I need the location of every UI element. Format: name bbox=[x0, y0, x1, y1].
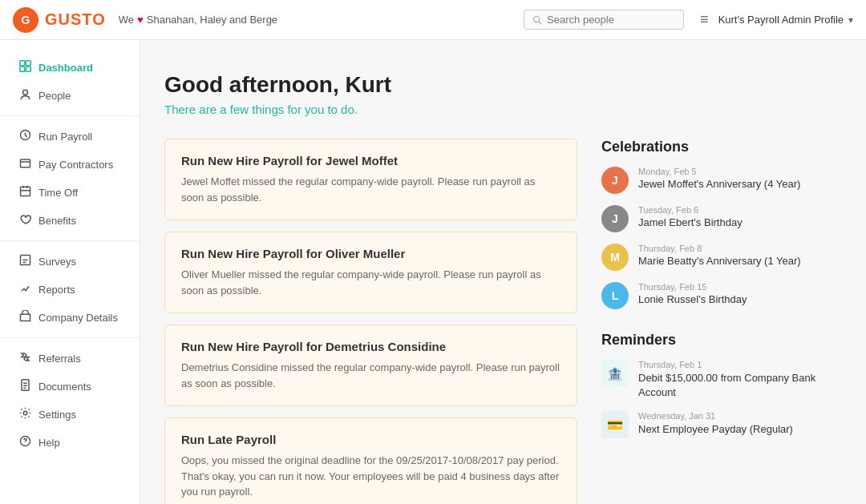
sidebar-item-label: Pay Contractors bbox=[38, 159, 113, 171]
reminder-date: Wednesday, Jan 31 bbox=[638, 411, 842, 421]
avatar: L bbox=[601, 282, 629, 309]
avatar: J bbox=[601, 167, 629, 194]
task-title: Run New Hire Payroll for Demetrius Consi… bbox=[181, 340, 560, 353]
surveys-icon bbox=[18, 254, 32, 268]
svg-rect-3 bbox=[26, 61, 30, 66]
right-column: Celebrations JMonday, Feb 5Jewel Moffet'… bbox=[601, 139, 842, 504]
search-input[interactable] bbox=[547, 14, 659, 26]
sidebar-item-label: People bbox=[38, 90, 71, 102]
reminder-item-rem-payday: 💳Wednesday, Jan 31Next Employee Payday (… bbox=[601, 411, 842, 438]
messages-icon[interactable]: ≡ bbox=[700, 11, 709, 28]
main-content: Good afternoon, Kurt There are a few thi… bbox=[140, 40, 866, 504]
search-box[interactable] bbox=[524, 10, 684, 30]
reminder-item-rem-debit: 🏦Thursday, Feb 1Debit $15,000.00 from Co… bbox=[601, 360, 842, 400]
celebration-info: Monday, Feb 5Jewel Moffet's Anniversary … bbox=[638, 167, 842, 190]
sidebar-item-people[interactable]: People bbox=[5, 82, 135, 109]
app-layout: DashboardPeopleRun PayrollPay Contractor… bbox=[0, 40, 866, 504]
top-navigation: G GUSTO We ♥ Shanahan, Haley and Berge ≡… bbox=[0, 0, 866, 40]
sidebar-item-dashboard[interactable]: Dashboard bbox=[5, 54, 135, 81]
people-icon bbox=[18, 88, 32, 103]
sidebar-item-label: Run Payroll bbox=[38, 131, 92, 143]
time-off-icon bbox=[18, 185, 32, 200]
greeting-heading: Good afternoon, Kurt bbox=[164, 72, 842, 98]
sidebar-item-referrals[interactable]: Referrals bbox=[5, 345, 135, 372]
logo-area: G GUSTO bbox=[13, 7, 106, 33]
task-card-task-jewel[interactable]: Run New Hire Payroll for Jewel MoffetJew… bbox=[164, 139, 577, 220]
task-card-task-demetrius[interactable]: Run New Hire Payroll for Demetrius Consi… bbox=[164, 325, 577, 406]
svg-rect-2 bbox=[19, 61, 24, 66]
celebration-name: Jamel Ebert's Birthday bbox=[638, 216, 842, 228]
celebration-name: Marie Beatty's Anniversary (1 Year) bbox=[638, 255, 842, 267]
sidebar-divider bbox=[0, 115, 140, 116]
sidebar-item-surveys[interactable]: Surveys bbox=[5, 248, 135, 275]
reminder-icon: 🏦 bbox=[601, 360, 629, 387]
sidebar-item-documents[interactable]: Documents bbox=[5, 373, 135, 400]
svg-rect-4 bbox=[19, 67, 24, 71]
avatar: M bbox=[601, 244, 629, 271]
task-description: Oops, you missed the original deadline f… bbox=[181, 453, 560, 500]
sidebar-item-label: Referrals bbox=[38, 353, 81, 365]
celebration-item-cel-marie: MThursday, Feb 8Marie Beatty's Anniversa… bbox=[601, 244, 842, 271]
search-icon bbox=[532, 15, 542, 25]
svg-rect-5 bbox=[26, 67, 30, 71]
sidebar-item-company-details[interactable]: Company Details bbox=[5, 304, 135, 331]
company-details-icon bbox=[18, 310, 32, 325]
task-title: Run New Hire Payroll for Oliver Mueller bbox=[181, 247, 560, 260]
celebration-name: Jewel Moffet's Anniversary (4 Year) bbox=[638, 178, 842, 190]
celebrations-section: Celebrations JMonday, Feb 5Jewel Moffet'… bbox=[601, 139, 842, 309]
referrals-icon bbox=[18, 351, 32, 365]
run-payroll-icon bbox=[18, 129, 32, 143]
heart-icon: ♥ bbox=[137, 14, 144, 26]
help-icon bbox=[18, 435, 32, 450]
sidebar-item-label: Documents bbox=[38, 381, 91, 393]
logo-text: GUSTO bbox=[45, 10, 106, 29]
tasks-column: Run New Hire Payroll for Jewel MoffetJew… bbox=[164, 139, 577, 504]
task-description: Demetrius Considine missed the regular c… bbox=[181, 360, 560, 391]
sidebar-item-pay-contractors[interactable]: Pay Contractors bbox=[5, 151, 135, 178]
sidebar-item-benefits[interactable]: Benefits bbox=[5, 207, 135, 234]
documents-icon bbox=[18, 379, 32, 393]
svg-point-0 bbox=[534, 16, 540, 22]
celebration-date: Tuesday, Feb 6 bbox=[638, 205, 842, 215]
sidebar-item-reports[interactable]: Reports bbox=[5, 276, 135, 303]
sidebar-item-help[interactable]: Help bbox=[5, 429, 135, 456]
sidebar-item-label: Dashboard bbox=[38, 62, 93, 74]
celebration-item-cel-jewel: JMonday, Feb 5Jewel Moffet's Anniversary… bbox=[601, 167, 842, 194]
benefits-icon bbox=[18, 213, 32, 228]
content-row: Run New Hire Payroll for Jewel MoffetJew… bbox=[164, 139, 842, 504]
sidebar-item-label: Company Details bbox=[38, 312, 118, 324]
reminder-info: Wednesday, Jan 31Next Employee Payday (R… bbox=[638, 411, 842, 437]
task-card-task-late[interactable]: Run Late PayrollOops, you missed the ori… bbox=[164, 417, 577, 504]
svg-point-6 bbox=[22, 90, 27, 95]
sidebar-divider bbox=[0, 240, 140, 241]
task-card-task-oliver[interactable]: Run New Hire Payroll for Oliver MuellerO… bbox=[164, 232, 577, 313]
reminders-section: Reminders 🏦Thursday, Feb 1Debit $15,000.… bbox=[601, 332, 842, 438]
reminder-text: Debit $15,000.00 from Company Bank Accou… bbox=[638, 371, 842, 400]
sidebar-item-label: Benefits bbox=[38, 215, 76, 227]
svg-rect-9 bbox=[20, 187, 30, 196]
reminders-title: Reminders bbox=[601, 332, 842, 349]
svg-line-1 bbox=[539, 21, 542, 24]
celebration-item-cel-jamel: JTuesday, Feb 6Jamel Ebert's Birthday bbox=[601, 205, 842, 232]
chevron-down-icon: ▾ bbox=[848, 14, 853, 26]
celebration-item-cel-lonie: LThursday, Feb 15Lonie Russel's Birthday bbox=[601, 282, 842, 309]
sidebar-item-time-off[interactable]: Time Off bbox=[5, 179, 135, 206]
task-title: Run Late Payroll bbox=[181, 433, 560, 446]
task-description: Oliver Mueller missed the regular compan… bbox=[181, 267, 560, 298]
celebration-date: Thursday, Feb 8 bbox=[638, 244, 842, 253]
sidebar-item-settings[interactable]: Settings bbox=[5, 401, 135, 428]
celebrations-title: Celebrations bbox=[601, 139, 842, 155]
profile-label: Kurt's Payroll Admin Profile bbox=[718, 14, 844, 26]
reminder-info: Thursday, Feb 1Debit $15,000.00 from Com… bbox=[638, 360, 842, 400]
celebration-info: Thursday, Feb 15Lonie Russel's Birthday bbox=[638, 282, 842, 305]
task-title: Run New Hire Payroll for Jewel Moffet bbox=[181, 154, 560, 167]
pay-contractors-icon bbox=[18, 157, 32, 171]
sidebar-item-label: Time Off bbox=[38, 187, 78, 199]
settings-icon bbox=[18, 407, 32, 421]
profile-area[interactable]: Kurt's Payroll Admin Profile ▾ bbox=[718, 14, 853, 26]
sidebar-item-label: Surveys bbox=[38, 256, 76, 268]
reminder-text: Next Employee Payday (Regular) bbox=[638, 422, 842, 437]
sidebar-item-label: Help bbox=[38, 437, 60, 449]
sidebar-item-run-payroll[interactable]: Run Payroll bbox=[5, 123, 135, 150]
celebration-date: Thursday, Feb 15 bbox=[638, 282, 842, 292]
